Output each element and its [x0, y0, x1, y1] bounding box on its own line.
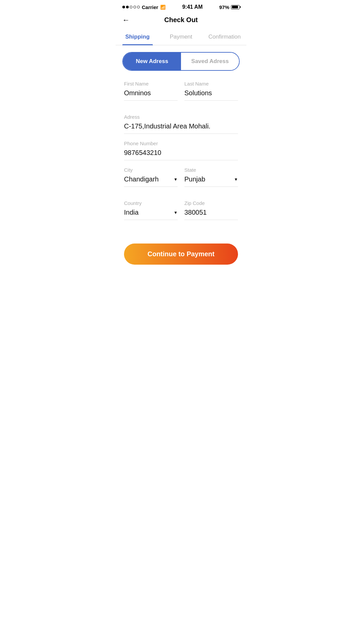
battery-fill — [232, 6, 238, 8]
address-field: Adress C-175,Industrial Area Mohali. — [124, 114, 238, 134]
city-label: City — [124, 167, 178, 173]
dot-1 — [122, 6, 125, 8]
city-field: City Chandigarh ▼ — [124, 167, 178, 187]
state-dropdown[interactable]: Punjab ▼ — [184, 175, 238, 187]
first-name-field: First Name Omninos — [124, 81, 178, 101]
city-dropdown-arrow: ▼ — [174, 177, 178, 182]
country-dropdown-arrow: ▼ — [174, 210, 178, 215]
dot-3 — [130, 6, 132, 8]
country-value: India — [124, 209, 138, 216]
city-dropdown[interactable]: Chandigarh ▼ — [124, 175, 178, 187]
phone-label: Phone Number — [124, 141, 238, 146]
battery-icon — [231, 5, 240, 9]
signal-dots — [122, 6, 140, 8]
zip-value[interactable]: 380051 — [184, 209, 238, 220]
dot-4 — [133, 6, 136, 8]
status-bar: Carrier 📶 9:41 AM 97% — [116, 0, 246, 13]
first-name-label: First Name — [124, 81, 178, 87]
back-button[interactable]: ← — [122, 16, 130, 24]
address-value[interactable]: C-175,Industrial Area Mohali. — [124, 122, 238, 134]
last-name-field: Last Name Solutions — [184, 81, 238, 101]
state-field: State Punjab ▼ — [184, 167, 238, 187]
state-label: State — [184, 167, 238, 173]
saved-address-button[interactable]: Saved Adress — [181, 53, 239, 70]
state-value: Punjab — [184, 175, 205, 183]
phone-value[interactable]: 9876543210 — [124, 149, 238, 160]
country-field: Country India ▼ — [124, 200, 178, 220]
name-row: First Name Omninos Last Name Solutions — [124, 81, 238, 107]
battery-percent: 97% — [219, 4, 229, 10]
country-zip-row: Country India ▼ Zip Code 380051 — [124, 200, 238, 227]
status-right: 97% — [219, 4, 240, 10]
state-dropdown-arrow: ▼ — [234, 177, 238, 182]
dot-5 — [137, 6, 140, 8]
phone-field: Phone Number 9876543210 — [124, 141, 238, 160]
country-dropdown[interactable]: India ▼ — [124, 209, 178, 220]
dot-2 — [126, 6, 129, 8]
battery-body — [231, 5, 240, 9]
page-title: Check Out — [164, 16, 198, 24]
continue-to-payment-button[interactable]: Continue to Payment — [124, 244, 238, 265]
continue-btn-wrap: Continue to Payment — [116, 233, 246, 278]
tab-confirmation[interactable]: Confirmation — [203, 29, 246, 45]
city-state-row: City Chandigarh ▼ State Punjab ▼ — [124, 167, 238, 194]
wifi-icon: 📶 — [160, 5, 166, 10]
header: ← Check Out — [116, 13, 246, 29]
zip-label: Zip Code — [184, 200, 238, 206]
tab-shipping[interactable]: Shipping — [116, 29, 159, 45]
carrier-label: Carrier — [142, 4, 158, 10]
address-label: Adress — [124, 114, 238, 120]
zip-field: Zip Code 380051 — [184, 200, 238, 220]
checkout-tabs: Shipping Payment Confirmation — [116, 29, 246, 45]
new-address-button[interactable]: New Adress — [123, 53, 181, 70]
tab-payment[interactable]: Payment — [159, 29, 203, 45]
last-name-value[interactable]: Solutions — [184, 89, 238, 101]
time-display: 9:41 AM — [182, 4, 203, 10]
address-toggle: New Adress Saved Adress — [122, 52, 240, 71]
first-name-value[interactable]: Omninos — [124, 89, 178, 101]
last-name-label: Last Name — [184, 81, 238, 87]
country-label: Country — [124, 200, 178, 206]
shipping-form: First Name Omninos Last Name Solutions A… — [116, 81, 246, 227]
city-value: Chandigarh — [124, 175, 159, 183]
status-left: Carrier 📶 — [122, 4, 166, 10]
